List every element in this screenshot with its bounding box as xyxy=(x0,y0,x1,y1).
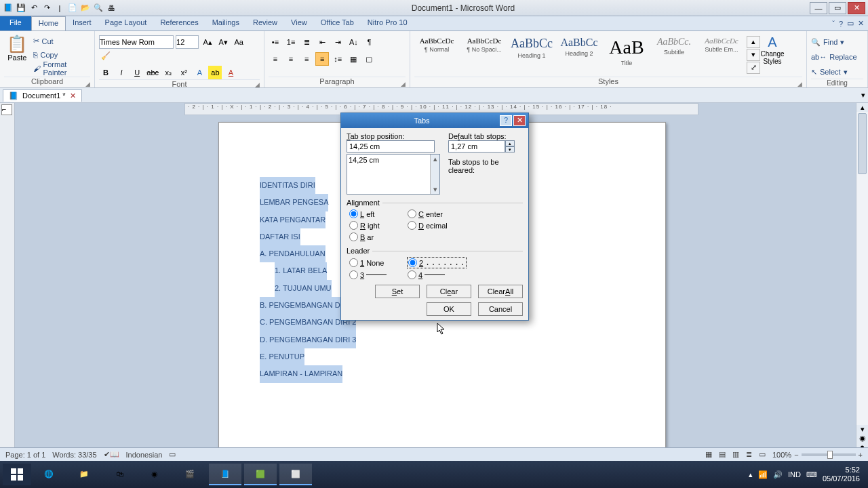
tray-expand-icon[interactable]: ▴ xyxy=(749,470,753,479)
cut-button[interactable]: ✂ Cut xyxy=(33,35,90,48)
tab-home[interactable]: Home xyxy=(31,16,66,30)
numbering-icon[interactable]: 1≡ xyxy=(284,35,298,49)
tray-keyboard-icon[interactable]: ⌨ xyxy=(806,470,817,479)
align-center-radio[interactable]: Center xyxy=(408,209,466,218)
font-size-combo[interactable] xyxy=(176,35,199,49)
leader-dots-radio[interactable]: 2 ....... xyxy=(408,258,466,268)
save-icon[interactable]: 💾 xyxy=(16,3,26,14)
text-effects-icon[interactable]: A xyxy=(193,66,206,79)
print-icon[interactable]: 🖶 xyxy=(106,3,117,14)
open-icon[interactable]: 📂 xyxy=(80,3,91,14)
clear-formatting-icon[interactable]: 🧹 xyxy=(99,49,113,63)
multilevel-icon[interactable]: ≣ xyxy=(300,36,313,49)
task-camtasia2-icon[interactable]: ⬜ xyxy=(279,464,312,485)
tab-mailings[interactable]: Mailings xyxy=(205,16,246,30)
spin-up-icon[interactable]: ▴ xyxy=(505,140,515,146)
window-options-icon[interactable]: ▭ xyxy=(847,19,854,28)
align-right-icon[interactable]: ≡ xyxy=(300,52,313,66)
dialog-titlebar[interactable]: Tabs ? ✕ xyxy=(341,113,528,128)
italic-icon[interactable]: I xyxy=(115,66,128,79)
minimize-button[interactable]: — xyxy=(810,2,827,14)
doc-line-3[interactable]: KATA PENGANTAR xyxy=(260,211,326,228)
borders-icon[interactable]: ▢ xyxy=(362,52,376,66)
view-web-icon[interactable]: ▥ xyxy=(732,450,739,459)
align-right-radio[interactable]: Right xyxy=(349,221,408,230)
styles-more-icon[interactable]: ⤢ xyxy=(747,62,760,74)
minimize-ribbon-icon[interactable]: ˇ xyxy=(832,20,835,28)
styles-down-icon[interactable]: ▾ xyxy=(747,49,760,61)
justify-icon[interactable]: ≡ xyxy=(315,52,329,66)
find-button[interactable]: 🔍 Find ▾ xyxy=(811,35,844,49)
style-title[interactable]: AaBTitle xyxy=(604,35,649,75)
paragraph-launcher-icon[interactable]: ◢ xyxy=(401,81,406,87)
grow-font-icon[interactable]: A▴ xyxy=(201,36,214,49)
tray-volume-icon[interactable]: 🔊 xyxy=(773,470,783,479)
select-button[interactable]: ↖ Select ▾ xyxy=(811,65,848,79)
doc-line-12[interactable]: LAMPIRAN - LAMPIRAN xyxy=(260,365,342,382)
close-tab-icon[interactable]: ✕ xyxy=(70,92,76,100)
insert-mode-icon[interactable]: ▭ xyxy=(169,450,176,459)
help-icon[interactable]: ? xyxy=(839,20,843,28)
close-doc-icon[interactable]: ✕ xyxy=(858,19,864,28)
strikethrough-icon[interactable]: abc xyxy=(146,66,159,79)
doc-line-4[interactable]: DAFTAR ISI xyxy=(260,228,300,245)
doc-line-2[interactable]: LEMBAR PENGESA xyxy=(260,194,328,211)
show-marks-icon[interactable]: ¶ xyxy=(362,35,376,49)
page-status[interactable]: Page: 1 of 1 xyxy=(5,451,45,459)
leader-under-radio[interactable]: 4 xyxy=(408,270,466,279)
align-bar-radio[interactable]: Bar xyxy=(349,232,408,241)
bullets-icon[interactable]: •≡ xyxy=(269,35,282,49)
task-chrome-icon[interactable]: ◉ xyxy=(138,464,171,485)
tab-office-tab[interactable]: Office Tab xyxy=(314,16,361,30)
list-scroll-up-icon[interactable]: ▴ xyxy=(433,155,437,163)
style-subtle-em[interactable]: AaBbCcDcSubtle Em... xyxy=(699,35,744,75)
style-heading1[interactable]: AaBbCcHeading 1 xyxy=(509,35,554,75)
vertical-ruler[interactable]: ⌐ xyxy=(0,103,15,460)
line-spacing-icon[interactable]: ↕≡ xyxy=(331,52,344,66)
tab-view[interactable]: View xyxy=(284,16,314,30)
paste-button[interactable]: 📋 Paste xyxy=(4,35,31,75)
view-draft-icon[interactable]: ▭ xyxy=(759,450,766,459)
tab-selector[interactable]: ⌐ xyxy=(1,104,12,115)
clear-button[interactable]: Clear xyxy=(427,285,471,298)
zoom-out-icon[interactable]: − xyxy=(794,451,798,459)
task-ie-icon[interactable]: 🌐 xyxy=(33,464,65,485)
doc-line-5[interactable]: A. PENDAHULUAN xyxy=(260,245,326,262)
doc-line-1[interactable]: IDENTITAS DIRI xyxy=(260,177,315,194)
subscript-icon[interactable]: x₂ xyxy=(161,66,175,79)
bold-icon[interactable]: B xyxy=(99,66,113,79)
clear-all-button[interactable]: Clear All xyxy=(478,285,523,298)
redo-icon[interactable]: ↷ xyxy=(41,3,52,14)
browse-prev-icon[interactable]: ◉ xyxy=(859,434,866,443)
align-left-icon[interactable]: ≡ xyxy=(269,52,282,66)
language-status[interactable]: Indonesian xyxy=(126,451,163,459)
view-print-icon[interactable]: ▦ xyxy=(705,450,712,459)
dialog-help-button[interactable]: ? xyxy=(500,115,512,126)
leader-dash-radio[interactable]: 3 xyxy=(349,270,408,279)
task-word-icon[interactable]: 📘 xyxy=(209,464,241,485)
increase-indent-icon[interactable]: ⇥ xyxy=(331,36,344,49)
doc-line-10[interactable]: D. PENGEMBANGAN DIRI 3 xyxy=(260,331,356,348)
tabs-options-icon[interactable]: ▾ xyxy=(861,91,865,99)
zoom-level[interactable]: 100% xyxy=(772,451,791,459)
style-heading2[interactable]: AaBbCcHeading 2 xyxy=(557,35,601,75)
highlight-icon[interactable]: ab xyxy=(208,66,222,79)
view-outline-icon[interactable]: ≣ xyxy=(746,450,752,459)
font-launcher-icon[interactable]: ◢ xyxy=(255,81,260,88)
tab-file[interactable]: File xyxy=(0,16,31,30)
task-media-icon[interactable]: 🎬 xyxy=(174,464,206,485)
underline-icon[interactable]: U xyxy=(130,66,144,79)
tray-clock[interactable]: 5:52 05/07/2016 xyxy=(823,466,860,483)
start-button[interactable] xyxy=(3,464,31,485)
clipboard-launcher-icon[interactable]: ◢ xyxy=(85,81,90,87)
tab-nitro[interactable]: Nitro Pro 10 xyxy=(361,16,414,30)
styles-launcher-icon[interactable]: ◢ xyxy=(797,81,802,87)
tray-network-icon[interactable]: 📶 xyxy=(758,470,768,479)
style-nospacing[interactable]: AaBbCcDc¶ No Spaci... xyxy=(462,35,507,75)
sort-icon[interactable]: A↓ xyxy=(347,35,360,49)
align-left-radio[interactable]: Left xyxy=(349,209,408,218)
ok-button[interactable]: OK xyxy=(427,302,471,316)
dialog-close-button[interactable]: ✕ xyxy=(513,115,526,126)
tabstop-position-input[interactable] xyxy=(347,140,435,152)
doc-line-6[interactable]: 1. LATAR BELA xyxy=(275,262,327,279)
